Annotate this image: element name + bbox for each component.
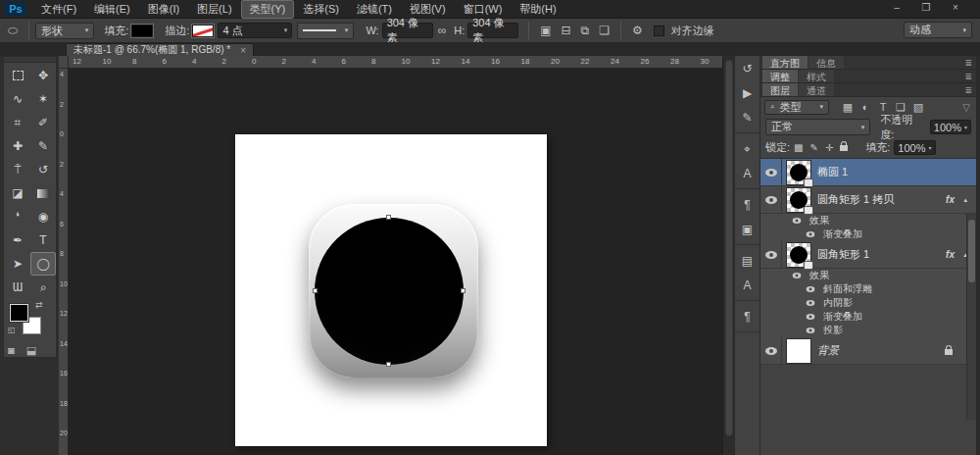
- tab-layers[interactable]: 图层: [762, 83, 798, 96]
- visibility-cell[interactable]: [804, 327, 817, 334]
- eye-icon[interactable]: [793, 273, 802, 278]
- eye-icon[interactable]: [807, 231, 815, 237]
- panel-menu-icon[interactable]: ≣: [964, 85, 972, 95]
- visibility-cell[interactable]: [804, 299, 817, 307]
- layer-effect-row[interactable]: 内阴影: [760, 296, 976, 310]
- anchor-point-left[interactable]: [313, 288, 318, 293]
- pen-tool[interactable]: ✒: [5, 228, 30, 252]
- stroke-swatch[interactable]: [192, 25, 214, 37]
- fx-badge[interactable]: fx: [946, 194, 955, 205]
- crop-tool[interactable]: ⌗: [5, 111, 30, 134]
- tab-styles[interactable]: 样式: [799, 70, 834, 82]
- hand-tool[interactable]: Ɯ: [5, 276, 30, 299]
- panel-menu-icon[interactable]: ≣: [964, 72, 972, 81]
- zoom-tool[interactable]: ⌕: [30, 276, 56, 299]
- shape-height-field[interactable]: 304 像素: [467, 23, 518, 38]
- visibility-cell[interactable]: [760, 159, 782, 185]
- visibility-cell[interactable]: [760, 186, 782, 213]
- clone-stamp-tool[interactable]: ⍑: [5, 158, 30, 181]
- layer-row-background[interactable]: 背景: [760, 337, 976, 365]
- screen-mode-icon[interactable]: ⬓: [26, 344, 36, 357]
- layer-effect-row[interactable]: 投影: [760, 324, 976, 337]
- foreground-color-swatch[interactable]: [10, 304, 28, 322]
- align-edges-checkbox[interactable]: [654, 25, 664, 36]
- eye-icon[interactable]: [765, 251, 777, 259]
- fx-badge[interactable]: fx: [946, 249, 955, 260]
- minimize-button[interactable]: –: [890, 2, 904, 13]
- menu-item-0[interactable]: 文件(F): [32, 0, 85, 19]
- fill-field[interactable]: 100% ▾: [894, 140, 935, 155]
- tab-adjustments[interactable]: 调整: [762, 70, 798, 82]
- collapse-effects-icon[interactable]: ▴: [963, 196, 967, 204]
- path-selection-tool[interactable]: ➤: [5, 252, 30, 276]
- lock-all-icon[interactable]: [840, 145, 848, 151]
- move-tool[interactable]: ✥: [30, 64, 56, 87]
- layer-thumbnail[interactable]: [786, 242, 811, 268]
- panel-menu-icon[interactable]: ≣: [964, 58, 972, 68]
- type-tool[interactable]: T: [30, 228, 56, 252]
- tab-channels[interactable]: 通道: [799, 83, 834, 96]
- visibility-cell[interactable]: [790, 272, 804, 279]
- eye-icon[interactable]: [765, 196, 777, 204]
- layer-filter-dropdown[interactable]: ⌕ 类型 ▾: [764, 100, 829, 115]
- close-document-icon[interactable]: ×: [240, 45, 246, 56]
- gear-icon[interactable]: ⚙: [632, 24, 643, 37]
- eye-icon[interactable]: [807, 328, 815, 333]
- layer-comps-panel-icon[interactable]: ▣: [735, 217, 760, 241]
- anchor-point-top[interactable]: [386, 215, 391, 220]
- layer-effect-row[interactable]: 渐变叠加: [760, 310, 976, 324]
- layer-effect-row[interactable]: 效果: [760, 214, 976, 228]
- paragraph-panel-icon[interactable]: ¶: [735, 192, 760, 217]
- menu-item-9[interactable]: 帮助(H): [511, 0, 564, 19]
- history-brush-tool[interactable]: ↺: [30, 158, 56, 181]
- lock-pixels-icon[interactable]: ✎: [810, 142, 818, 153]
- scrollbar-thumb[interactable]: [725, 60, 733, 436]
- visibility-cell[interactable]: [804, 285, 817, 293]
- filter-adjustment-layers-icon[interactable]: ◐: [857, 101, 874, 114]
- path-alignment-icon[interactable]: ⊟: [562, 24, 571, 37]
- menu-item-3[interactable]: 图层(L): [188, 0, 240, 19]
- eye-icon[interactable]: [807, 314, 815, 320]
- stroke-type-dropdown[interactable]: ▾: [297, 23, 354, 39]
- blur-tool[interactable]: ❛: [5, 205, 30, 228]
- dodge-tool[interactable]: ◉: [30, 205, 56, 228]
- close-button[interactable]: ×: [949, 2, 962, 13]
- fill-swatch[interactable]: [131, 25, 153, 37]
- filter-toggle-icon[interactable]: ▽: [962, 102, 970, 113]
- stroke-width-field[interactable]: 4 点 ▾: [218, 23, 292, 38]
- visibility-cell[interactable]: [804, 230, 817, 238]
- ellipse-tool[interactable]: ◯: [30, 252, 56, 276]
- lock-transparency-icon[interactable]: ▩: [794, 142, 803, 153]
- blend-mode-dropdown[interactable]: 正常 ▾: [765, 119, 870, 135]
- shape-width-field[interactable]: 304 像素: [382, 23, 433, 38]
- eye-icon[interactable]: [765, 347, 777, 355]
- menu-item-4[interactable]: 类型(Y): [241, 0, 295, 19]
- layer-effect-row[interactable]: 斜面和浮雕: [760, 282, 976, 296]
- visibility-cell[interactable]: [760, 337, 782, 364]
- lock-position-icon[interactable]: ✛: [825, 142, 833, 153]
- paragraph-styles-panel-icon[interactable]: ¶: [735, 304, 760, 329]
- visibility-cell[interactable]: [804, 313, 817, 321]
- default-colors-icon[interactable]: ◱: [8, 326, 16, 334]
- path-operations-icon[interactable]: ▣: [540, 24, 551, 37]
- layer-row-rounded-rect-1[interactable]: 圆角矩形 1fx▴: [760, 241, 976, 269]
- horizontal-ruler[interactable]: 121086420246810121416182022242628303234: [69, 56, 722, 69]
- anchor-point-right[interactable]: [461, 288, 466, 293]
- lasso-tool[interactable]: ∿: [5, 87, 30, 111]
- clone-source-panel-icon[interactable]: ⌖: [735, 136, 760, 161]
- toolbox-header[interactable]: [4, 57, 56, 63]
- eyedropper-tool[interactable]: ✐: [30, 111, 56, 134]
- eraser-tool[interactable]: ◪: [5, 181, 30, 205]
- scrollbar-thumb[interactable]: [968, 220, 975, 282]
- swap-colors-icon[interactable]: ⇄: [35, 300, 43, 310]
- layer-effect-row[interactable]: 效果: [760, 269, 976, 282]
- layer-thumbnail[interactable]: [786, 187, 811, 213]
- vertical-ruler[interactable]: 4202468101214161820: [59, 69, 69, 455]
- menu-item-5[interactable]: 选择(S): [294, 0, 348, 19]
- path-arrangement-icon[interactable]: ⧉: [581, 24, 590, 37]
- eye-icon[interactable]: [807, 300, 815, 306]
- anchor-point-bottom[interactable]: [386, 362, 391, 367]
- canvas-viewport[interactable]: [69, 69, 722, 455]
- document-tab[interactable]: 未标题-1 @ 66.7%(椭圆 1, RGB/8) * ×: [66, 43, 254, 56]
- tab-histogram[interactable]: 直方图: [762, 56, 808, 69]
